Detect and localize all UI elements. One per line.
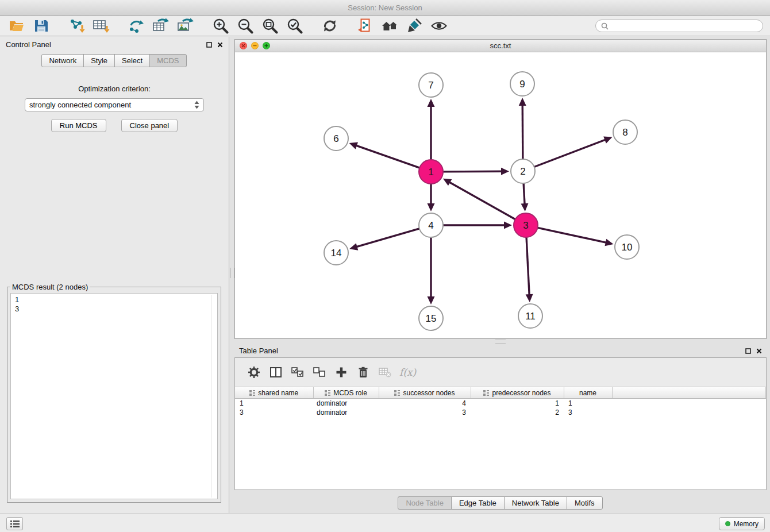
column-attribute-icon [394,390,400,396]
criterion-select[interactable]: strongly connected component [25,98,204,111]
zoom-out-icon [237,17,254,34]
graph-node-label-1: 1 [428,167,433,178]
graph-edge-arrowhead [428,203,435,211]
add-row-button[interactable] [330,362,352,383]
tab-mcds[interactable]: MCDS [149,54,186,67]
network-canvas[interactable]: 7968124314101511 [235,52,766,338]
table-row[interactable]: 1 dominator 4 1 1 [235,399,766,408]
node-table: shared name MCDS role successor nodes pr… [235,387,766,417]
export-network-icon [128,18,145,34]
tab-network-table[interactable]: Network Table [504,496,567,510]
delete-row-button[interactable] [352,362,374,383]
graph-edge-arrowhead [526,294,533,302]
table-header-row: shared name MCDS role successor nodes pr… [235,387,766,399]
tab-motifs[interactable]: Motifs [567,496,603,510]
select-stepper-icon [194,101,199,109]
list-icon [10,521,20,527]
delete-table-icon [379,367,391,377]
table-toolbar: f(x) [235,358,766,387]
export-image-button[interactable] [176,17,195,35]
search-input[interactable] [611,21,757,30]
graph-edge-1-6[interactable] [355,145,419,168]
graph-edge-2-9[interactable] [522,104,523,159]
home-button[interactable] [380,17,399,35]
mcds-result-line: 1 [15,295,213,304]
table-settings-button[interactable] [243,362,265,383]
window-minimize-icon[interactable] [251,42,259,49]
show-details-button[interactable] [429,17,449,35]
table-panel-tabs: Node Table Edge Table Network Table Moti… [234,496,767,510]
graph-node-label-2: 2 [520,166,525,177]
zoom-selected-button[interactable] [285,17,305,35]
zoom-in-button[interactable] [211,17,230,35]
graph-edge-4-14[interactable] [356,229,419,247]
float-panel-icon[interactable] [206,42,212,48]
close-panel-icon[interactable] [217,42,223,48]
close-table-panel-icon[interactable] [756,348,762,354]
tab-network[interactable]: Network [41,54,84,67]
export-table-button[interactable] [151,17,171,35]
column-header-name[interactable]: name [564,387,612,399]
apply-style-button[interactable] [405,17,424,35]
window-zoom-icon[interactable] [263,42,270,49]
eye-icon [430,18,448,34]
import-network-icon [68,18,85,34]
column-header-shared-name[interactable]: shared name [235,387,313,399]
column-header-successor-nodes[interactable]: successor nodes [379,387,471,399]
zoom-fit-button[interactable] [260,17,280,35]
memory-button[interactable]: Memory [719,517,765,530]
import-network-button[interactable] [67,17,86,35]
mcds-result-line: 3 [15,304,213,314]
graph-edge-2-3[interactable] [523,183,525,205]
window-close-icon[interactable] [240,42,247,49]
graph-edge-3-1[interactable] [448,182,515,219]
control-panel-header: Control Panel [0,37,229,52]
zoom-in-icon [212,17,229,34]
network-window-titlebar[interactable]: scc.txt [235,40,766,52]
node-table-frame: f(x) shared name MCDS role successor nod… [234,357,767,490]
refresh-button[interactable] [320,17,340,35]
graph-edge-2-8[interactable] [534,139,607,167]
open-file-button[interactable] [7,17,26,35]
criterion-selected-value: strongly connected component [29,101,131,109]
import-table-icon [93,18,110,34]
float-table-panel-icon[interactable] [745,348,751,354]
tab-select[interactable]: Select [114,54,150,67]
export-table-icon [152,18,170,34]
network-file-button[interactable] [355,17,375,35]
graph-edge-arrowhead [349,243,358,250]
table-row[interactable]: 3 dominator 3 2 3 [235,408,766,417]
graph-edge-1-2[interactable] [443,171,503,172]
graph-edge-arrowhead [605,239,613,246]
delete-table-button[interactable] [374,362,396,383]
select-all-button[interactable] [287,362,309,383]
graph-edge-arrowhead [501,168,509,175]
run-mcds-button[interactable]: Run MCDS [51,119,106,132]
deselect-all-icon [313,367,326,377]
tab-edge-table[interactable]: Edge Table [451,496,505,510]
graph-edge-arrowhead [519,98,526,106]
export-network-button[interactable] [126,17,146,35]
deselect-all-button[interactable] [309,362,330,383]
vertical-splitter-handle[interactable] [230,268,234,278]
save-session-button[interactable] [32,17,51,35]
function-builder-button[interactable]: f(x) [399,367,416,378]
column-attribute-icon [325,390,330,396]
tab-node-table[interactable]: Node Table [398,496,452,510]
graph-edge-3-11[interactable] [526,237,529,296]
zoom-out-button[interactable] [236,17,255,35]
graph-edge-3-10[interactable] [538,228,607,242]
show-columns-button[interactable] [265,362,287,383]
close-panel-button[interactable]: Close panel [121,119,178,132]
result-scrollbar-track[interactable] [211,295,211,498]
search-icon [601,22,609,30]
tab-style[interactable]: Style [83,54,115,67]
column-header-predecessor-nodes[interactable]: predecessor nodes [471,387,564,399]
search-box[interactable] [595,20,763,32]
panel-menu-button[interactable] [6,517,23,530]
status-bar: Memory [0,514,770,532]
save-icon [33,18,49,34]
import-table-button[interactable] [91,17,111,35]
mcds-result-list[interactable]: 1 3 [10,293,218,499]
column-header-mcds-role[interactable]: MCDS role [313,387,379,399]
